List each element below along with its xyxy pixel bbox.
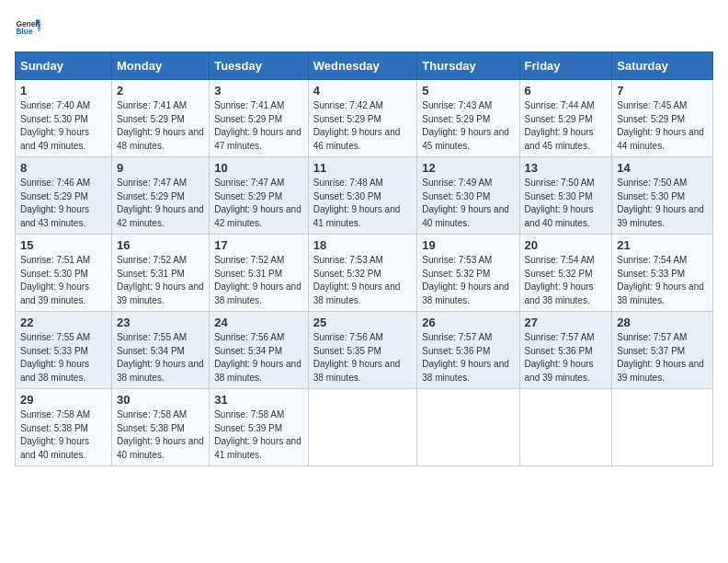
day-number: 4: [313, 84, 413, 98]
day-info: Sunrise: 7:43 AMSunset: 5:29 PMDaylight:…: [422, 100, 509, 151]
calendar-cell: 8 Sunrise: 7:46 AMSunset: 5:29 PMDayligh…: [16, 157, 112, 235]
day-info: Sunrise: 7:41 AMSunset: 5:29 PMDaylight:…: [214, 100, 301, 151]
calendar-cell: 17 Sunrise: 7:52 AMSunset: 5:31 PMDaylig…: [210, 235, 309, 312]
day-number: 6: [525, 84, 608, 98]
day-info: Sunrise: 7:57 AMSunset: 5:36 PMDaylight:…: [422, 332, 509, 383]
calendar-table: SundayMondayTuesdayWednesdayThursdayFrid…: [15, 52, 713, 466]
day-number: 13: [525, 161, 608, 175]
calendar-cell: 30 Sunrise: 7:58 AMSunset: 5:38 PMDaylig…: [112, 389, 210, 466]
day-number: 3: [214, 84, 303, 98]
calendar-cell: 11 Sunrise: 7:48 AMSunset: 5:30 PMDaylig…: [308, 157, 417, 235]
calendar-cell: 27 Sunrise: 7:57 AMSunset: 5:36 PMDaylig…: [519, 312, 612, 389]
calendar-cell: 22 Sunrise: 7:55 AMSunset: 5:33 PMDaylig…: [16, 312, 112, 389]
weekday-header-saturday: Saturday: [612, 52, 713, 80]
day-number: 17: [214, 238, 303, 252]
day-number: 5: [422, 84, 514, 98]
day-number: 22: [20, 316, 107, 329]
calendar-week-row: 22 Sunrise: 7:55 AMSunset: 5:33 PMDaylig…: [16, 312, 713, 389]
day-info: Sunrise: 7:56 AMSunset: 5:34 PMDaylight:…: [214, 332, 301, 383]
day-number: 10: [214, 161, 303, 175]
day-number: 29: [20, 393, 107, 407]
calendar-cell: 28 Sunrise: 7:57 AMSunset: 5:37 PMDaylig…: [612, 312, 713, 389]
day-number: 24: [214, 316, 303, 329]
calendar-cell: 16 Sunrise: 7:52 AMSunset: 5:31 PMDaylig…: [112, 235, 210, 312]
calendar-cell: 12 Sunrise: 7:49 AMSunset: 5:30 PMDaylig…: [417, 157, 519, 235]
day-info: Sunrise: 7:50 AMSunset: 5:30 PMDaylight:…: [617, 178, 704, 228]
calendar-week-row: 15 Sunrise: 7:51 AMSunset: 5:30 PMDaylig…: [16, 235, 713, 312]
day-number: 25: [313, 316, 413, 329]
calendar-cell: [519, 389, 612, 466]
weekday-header-row: SundayMondayTuesdayWednesdayThursdayFrid…: [16, 52, 713, 80]
weekday-header-tuesday: Tuesday: [210, 52, 309, 80]
day-number: 1: [20, 84, 107, 98]
day-number: 7: [617, 84, 708, 98]
day-number: 14: [617, 161, 708, 175]
calendar-cell: 10 Sunrise: 7:47 AMSunset: 5:29 PMDaylig…: [210, 157, 309, 235]
day-number: 28: [617, 316, 708, 329]
day-info: Sunrise: 7:48 AMSunset: 5:30 PMDaylight:…: [313, 178, 401, 228]
day-number: 12: [422, 161, 514, 175]
day-info: Sunrise: 7:40 AMSunset: 5:30 PMDaylight:…: [20, 100, 90, 151]
calendar-cell: 23 Sunrise: 7:55 AMSunset: 5:34 PMDaylig…: [112, 312, 210, 389]
day-number: 8: [20, 161, 107, 175]
day-info: Sunrise: 7:52 AMSunset: 5:31 PMDaylight:…: [117, 255, 204, 305]
day-number: 2: [117, 84, 204, 98]
calendar-cell: 24 Sunrise: 7:56 AMSunset: 5:34 PMDaylig…: [210, 312, 309, 389]
day-info: Sunrise: 7:55 AMSunset: 5:33 PMDaylight:…: [20, 332, 90, 383]
day-info: Sunrise: 7:41 AMSunset: 5:29 PMDaylight:…: [117, 100, 204, 151]
calendar-cell: 13 Sunrise: 7:50 AMSunset: 5:30 PMDaylig…: [519, 157, 612, 235]
calendar-cell: [417, 389, 519, 466]
day-number: 23: [117, 316, 204, 329]
svg-text:Blue: Blue: [16, 27, 32, 36]
day-number: 15: [20, 238, 107, 252]
calendar-cell: 7 Sunrise: 7:45 AMSunset: 5:29 PMDayligh…: [612, 80, 713, 157]
day-number: 11: [313, 161, 413, 175]
calendar-cell: 25 Sunrise: 7:56 AMSunset: 5:35 PMDaylig…: [308, 312, 417, 389]
day-number: 19: [422, 238, 514, 252]
day-info: Sunrise: 7:57 AMSunset: 5:37 PMDaylight:…: [617, 332, 704, 383]
calendar-cell: 18 Sunrise: 7:53 AMSunset: 5:32 PMDaylig…: [308, 235, 417, 312]
weekday-header-sunday: Sunday: [16, 52, 112, 80]
calendar-cell: 4 Sunrise: 7:42 AMSunset: 5:29 PMDayligh…: [308, 80, 417, 157]
day-number: 31: [214, 393, 303, 407]
calendar-cell: 2 Sunrise: 7:41 AMSunset: 5:29 PMDayligh…: [112, 80, 210, 157]
calendar-cell: 31 Sunrise: 7:58 AMSunset: 5:39 PMDaylig…: [210, 389, 309, 466]
calendar-cell: 9 Sunrise: 7:47 AMSunset: 5:29 PMDayligh…: [112, 157, 210, 235]
calendar-cell: 15 Sunrise: 7:51 AMSunset: 5:30 PMDaylig…: [16, 235, 112, 312]
day-info: Sunrise: 7:54 AMSunset: 5:33 PMDaylight:…: [617, 255, 704, 305]
day-info: Sunrise: 7:47 AMSunset: 5:29 PMDaylight:…: [214, 178, 301, 228]
calendar-cell: 14 Sunrise: 7:50 AMSunset: 5:30 PMDaylig…: [612, 157, 713, 235]
calendar-cell: [612, 389, 713, 466]
day-number: 26: [422, 316, 514, 329]
calendar-cell: [308, 389, 417, 466]
calendar-cell: 26 Sunrise: 7:57 AMSunset: 5:36 PMDaylig…: [417, 312, 519, 389]
day-info: Sunrise: 7:52 AMSunset: 5:31 PMDaylight:…: [214, 255, 301, 305]
weekday-header-friday: Friday: [519, 52, 612, 80]
day-info: Sunrise: 7:47 AMSunset: 5:29 PMDaylight:…: [117, 178, 204, 228]
weekday-header-monday: Monday: [112, 52, 210, 80]
calendar-cell: 1 Sunrise: 7:40 AMSunset: 5:30 PMDayligh…: [16, 80, 112, 157]
day-number: 16: [117, 238, 204, 252]
day-number: 18: [313, 238, 413, 252]
calendar-cell: 3 Sunrise: 7:41 AMSunset: 5:29 PMDayligh…: [210, 80, 309, 157]
calendar-cell: 6 Sunrise: 7:44 AMSunset: 5:29 PMDayligh…: [519, 80, 612, 157]
calendar-cell: 5 Sunrise: 7:43 AMSunset: 5:29 PMDayligh…: [417, 80, 519, 157]
day-info: Sunrise: 7:53 AMSunset: 5:32 PMDaylight:…: [422, 255, 509, 305]
calendar-cell: 29 Sunrise: 7:58 AMSunset: 5:38 PMDaylig…: [16, 389, 112, 466]
header: General Blue: [15, 15, 713, 40]
day-info: Sunrise: 7:44 AMSunset: 5:29 PMDaylight:…: [525, 100, 595, 151]
svg-marker-3: [37, 27, 40, 33]
calendar-week-row: 1 Sunrise: 7:40 AMSunset: 5:30 PMDayligh…: [16, 80, 713, 157]
day-info: Sunrise: 7:55 AMSunset: 5:34 PMDaylight:…: [117, 332, 204, 383]
day-info: Sunrise: 7:56 AMSunset: 5:35 PMDaylight:…: [313, 332, 401, 383]
day-info: Sunrise: 7:57 AMSunset: 5:36 PMDaylight:…: [525, 332, 595, 383]
day-info: Sunrise: 7:58 AMSunset: 5:38 PMDaylight:…: [20, 409, 90, 460]
calendar-cell: 19 Sunrise: 7:53 AMSunset: 5:32 PMDaylig…: [417, 235, 519, 312]
day-info: Sunrise: 7:53 AMSunset: 5:32 PMDaylight:…: [313, 255, 401, 305]
day-info: Sunrise: 7:46 AMSunset: 5:29 PMDaylight:…: [20, 178, 90, 228]
calendar-cell: 20 Sunrise: 7:54 AMSunset: 5:32 PMDaylig…: [519, 235, 612, 312]
day-info: Sunrise: 7:42 AMSunset: 5:29 PMDaylight:…: [313, 100, 401, 151]
calendar-week-row: 8 Sunrise: 7:46 AMSunset: 5:29 PMDayligh…: [16, 157, 713, 235]
day-info: Sunrise: 7:58 AMSunset: 5:39 PMDaylight:…: [214, 409, 301, 460]
day-number: 20: [525, 238, 608, 252]
